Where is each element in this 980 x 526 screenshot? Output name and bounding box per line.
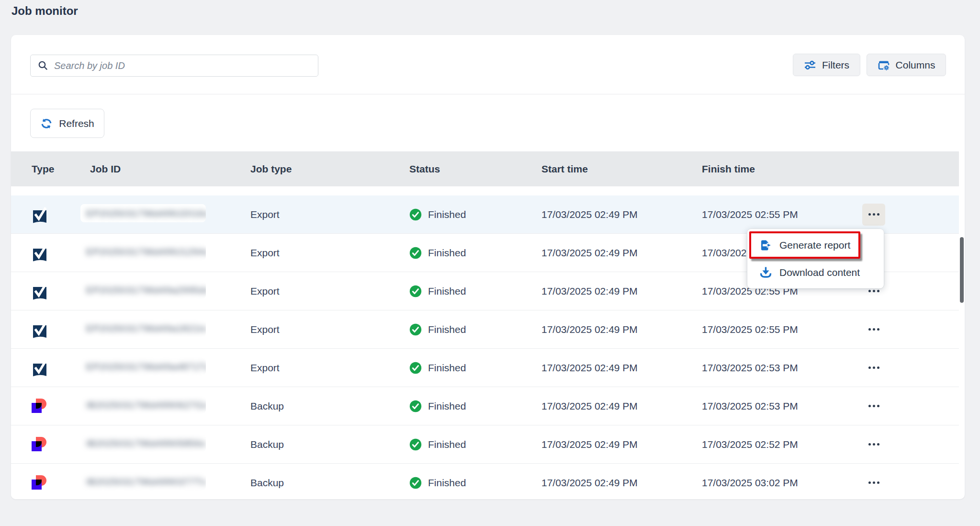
cell-job-id: IB2025031796d4990627Gx	[90, 396, 250, 416]
export-type-icon	[32, 244, 48, 262]
cell-job-id: IB2025031796d49905856x	[90, 434, 250, 455]
menu-item-label: Generate report	[779, 240, 850, 251]
cell-job-type: Backup	[250, 477, 409, 489]
menu-item-label: Download content	[779, 267, 860, 278]
table-row: IB2025031796d49905856x Backup Finished 1…	[11, 425, 959, 464]
cell-job-id: EP2025031796d49a4871Tx	[90, 357, 250, 378]
status-finished-icon	[409, 438, 422, 451]
status-label: Finished	[428, 400, 466, 412]
status-finished-icon	[409, 400, 422, 412]
filters-button[interactable]: Filters	[793, 54, 860, 76]
cell-finish-time: 17/03/2025 02:52 PM	[702, 439, 862, 450]
redacted-job-id: EP2025031796d49a1821tx	[80, 319, 206, 337]
table-row: EP2025031796d49a1821tx Export Finished 1…	[11, 310, 959, 349]
cell-start-time: 17/03/2025 02:49 PM	[541, 477, 702, 489]
header-job-id: Job ID	[90, 163, 250, 175]
redacted-job-id: EP2025031796d49a4871Tx	[80, 357, 206, 376]
cell-start-time: 17/03/2025 02:49 PM	[541, 286, 702, 297]
cell-job-type: Backup	[250, 439, 409, 450]
cell-start-time: 17/03/2025 02:49 PM	[541, 324, 702, 335]
cell-status: Finished	[409, 285, 541, 297]
export-type-icon	[32, 320, 48, 338]
columns-button[interactable]: Columns	[867, 54, 946, 76]
row-actions-button[interactable]	[862, 472, 885, 494]
redacted-job-id: EP2025031796d49a2995dx	[80, 281, 206, 299]
backup-type-icon	[32, 437, 47, 452]
cell-job-id: EP2025031796d499J2016x	[90, 204, 250, 225]
status-finished-icon	[409, 362, 422, 374]
refresh-button[interactable]: Refresh	[30, 109, 104, 138]
cell-job-type: Export	[250, 362, 409, 374]
cell-finish-time: 17/03/2025 02:55 PM	[702, 209, 862, 220]
redacted-job-id: IB2025031796d4990627Gx	[80, 396, 206, 414]
search-icon	[37, 60, 49, 71]
cell-status: Finished	[409, 362, 541, 374]
cell-job-type: Export	[250, 209, 409, 220]
menu-item-download-content[interactable]: Download content	[747, 259, 884, 286]
status-finished-icon	[409, 285, 422, 297]
table-row: EP2025031796d499J2016x Export Finished 1…	[11, 195, 959, 234]
status-label: Finished	[428, 324, 466, 335]
backup-type-icon	[32, 399, 47, 413]
header-start-time: Start time	[541, 163, 702, 175]
cell-job-type: Export	[250, 324, 409, 335]
status-finished-icon	[409, 477, 422, 489]
cell-status: Finished	[409, 400, 541, 412]
toolbar-divider	[11, 94, 965, 94]
cell-job-id: EP2025031796d499J1294x	[90, 242, 250, 263]
status-finished-icon	[409, 208, 422, 221]
cell-finish-time: 17/03/2025 03:02 PM	[702, 477, 862, 489]
row-actions-button[interactable]	[862, 319, 885, 341]
search-box	[30, 55, 318, 77]
cell-status: Finished	[409, 208, 541, 221]
cell-job-type: Backup	[250, 400, 409, 412]
cell-job-id: EP2025031796d49a2995dx	[90, 281, 250, 301]
cell-start-time: 17/03/2025 02:49 PM	[541, 362, 702, 374]
status-label: Finished	[428, 477, 466, 489]
cell-status: Finished	[409, 438, 541, 451]
backup-type-icon	[32, 475, 47, 490]
cell-start-time: 17/03/2025 02:49 PM	[541, 247, 702, 259]
cell-status: Finished	[409, 323, 541, 336]
page-title: Job monitor	[11, 4, 78, 18]
table-row: IB2025031796d4990377Tx Backup Finished 1…	[11, 464, 959, 499]
export-type-icon	[32, 282, 48, 300]
status-label: Finished	[428, 439, 466, 450]
status-label: Finished	[428, 362, 466, 374]
row-actions-button[interactable]	[862, 357, 885, 379]
scrollbar-thumb[interactable]	[960, 237, 964, 303]
status-finished-icon	[409, 247, 422, 259]
header-status: Status	[409, 163, 541, 175]
filters-icon	[804, 60, 816, 70]
generate-report-icon	[759, 239, 772, 252]
menu-item-generate-report[interactable]: Generate report	[747, 231, 884, 259]
status-finished-icon	[409, 323, 422, 336]
redacted-job-id: EP2025031796d499J1294x	[80, 242, 206, 261]
header-job-type: Job type	[250, 163, 409, 175]
row-actions-button[interactable]	[862, 434, 885, 456]
cell-start-time: 17/03/2025 02:49 PM	[541, 400, 702, 412]
export-type-icon	[32, 359, 48, 377]
row-actions-button[interactable]	[862, 204, 885, 226]
search-input[interactable]	[54, 55, 318, 76]
table-row: IB2025031796d4990627Gx Backup Finished 1…	[11, 387, 959, 425]
row-actions-menu: Generate report Download content	[747, 229, 884, 288]
status-label: Finished	[428, 286, 466, 297]
cell-start-time: 17/03/2025 02:49 PM	[541, 439, 702, 450]
redacted-job-id: IB2025031796d49905856x	[80, 434, 206, 452]
refresh-label: Refresh	[59, 118, 94, 129]
redacted-job-id: IB2025031796d4990377Tx	[80, 472, 206, 491]
cell-status: Finished	[409, 477, 541, 489]
cell-finish-time: 17/03/2025 02:55 PM	[702, 324, 862, 335]
row-actions-button[interactable]	[862, 395, 885, 417]
table-row: EP2025031796d49a4871Tx Export Finished 1…	[11, 349, 959, 387]
download-content-icon	[759, 266, 772, 279]
columns-icon	[878, 59, 890, 71]
export-type-icon	[32, 206, 48, 223]
gear-icon	[884, 65, 889, 70]
cell-job-type: Export	[250, 286, 409, 297]
cell-job-id: IB2025031796d4990377Tx	[90, 472, 250, 493]
cell-job-type: Export	[250, 247, 409, 259]
table-header: Type Job ID Job type Status Start time F…	[11, 151, 959, 186]
redacted-job-id: EP2025031796d499J2016x	[80, 204, 206, 222]
